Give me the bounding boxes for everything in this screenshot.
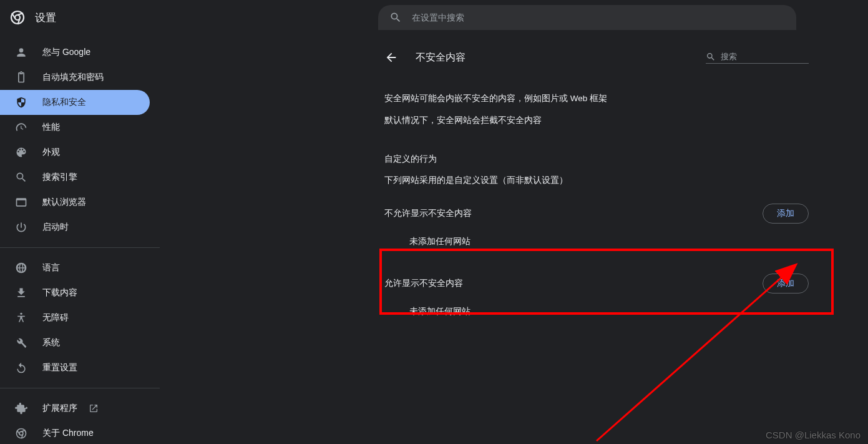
sidebar-item-about[interactable]: 关于 Chrome <box>0 421 150 444</box>
sidebar-item-accessibility[interactable]: 无障碍 <box>0 305 150 330</box>
accessibility-icon <box>15 312 27 324</box>
page-header: 不安全内容 <box>384 40 809 75</box>
layout: 您与 Google 自动填充和密码 隐私和安全 性能 外观 搜索引擎 默认浏览器 <box>0 35 868 444</box>
watermark: CSDN @Liekkas Kono <box>766 430 861 440</box>
sidebar-item-search-engine[interactable]: 搜索引擎 <box>0 165 150 190</box>
allow-label: 允许显示不安全内容 <box>384 278 463 289</box>
sidebar-item-default-browser[interactable]: 默认浏览器 <box>0 190 150 215</box>
search-icon <box>15 171 27 184</box>
download-icon <box>15 287 27 299</box>
speed-icon <box>15 121 27 134</box>
section-custom-behavior: 自定义的行为 <box>384 131 809 165</box>
person-icon <box>15 46 27 59</box>
sidebar-item-label: 外观 <box>42 147 60 158</box>
sidebar-item-label: 重置设置 <box>42 362 77 373</box>
add-allow-button[interactable]: 添加 <box>763 274 809 294</box>
wrench-icon <box>15 337 27 349</box>
page-search-input[interactable] <box>721 52 802 61</box>
sidebar-item-privacy[interactable]: 隐私和安全 <box>0 90 150 115</box>
global-search-input[interactable] <box>412 12 785 22</box>
sidebar-item-label: 系统 <box>42 337 60 348</box>
sidebar-separator <box>0 247 160 248</box>
sidebar-item-you-and-google[interactable]: 您与 Google <box>0 40 150 65</box>
search-icon <box>706 52 716 62</box>
sidebar-item-label: 默认浏览器 <box>42 197 86 208</box>
header: 设置 <box>0 0 868 35</box>
sidebar-item-label: 隐私和安全 <box>42 97 86 108</box>
sidebar-item-label: 扩展程序 <box>42 403 77 414</box>
allow-empty: 未添加任何网站 <box>384 296 809 326</box>
sidebar-item-appearance[interactable]: 外观 <box>0 140 150 165</box>
app-title: 设置 <box>35 11 56 25</box>
reset-icon <box>15 362 27 374</box>
back-arrow-icon[interactable] <box>384 51 398 64</box>
sidebar-item-label: 搜索引擎 <box>42 172 77 183</box>
sidebar: 您与 Google 自动填充和密码 隐私和安全 性能 外观 搜索引擎 默认浏览器 <box>0 35 160 444</box>
sidebar-separator <box>0 388 160 388</box>
sidebar-item-label: 语言 <box>42 262 60 274</box>
power-icon <box>15 221 27 234</box>
description-line-1: 安全网站可能会内嵌不安全的内容，例如图片或 Web 框架 <box>384 87 809 109</box>
add-block-button[interactable]: 添加 <box>763 204 809 224</box>
sidebar-item-autofill[interactable]: 自动填充和密码 <box>0 65 150 90</box>
section-custom-behavior-sub: 下列网站采用的是自定义设置（而非默认设置） <box>384 165 809 186</box>
shield-icon <box>15 96 27 109</box>
block-empty: 未添加任何网站 <box>384 226 809 256</box>
chrome-icon <box>10 10 25 25</box>
description: 安全网站可能会内嵌不安全的内容，例如图片或 Web 框架 默认情况下，安全网站会… <box>384 75 809 131</box>
external-link-icon <box>89 403 99 413</box>
sidebar-item-performance[interactable]: 性能 <box>0 115 150 140</box>
page-title: 不安全内容 <box>416 51 688 64</box>
sidebar-item-label: 性能 <box>42 122 60 133</box>
sidebar-item-downloads[interactable]: 下载内容 <box>0 280 150 305</box>
sidebar-item-system[interactable]: 系统 <box>0 330 150 355</box>
sidebar-item-languages[interactable]: 语言 <box>0 255 150 280</box>
globe-icon <box>15 262 27 274</box>
browser-icon <box>15 196 27 209</box>
header-left: 设置 <box>10 10 197 25</box>
sidebar-item-label: 自动填充和密码 <box>42 72 104 83</box>
clipboard-icon <box>15 71 27 84</box>
row-block: 不允许显示不安全内容 添加 <box>384 186 809 226</box>
sidebar-item-label: 下载内容 <box>42 287 77 298</box>
palette-icon <box>15 146 27 159</box>
sidebar-item-extensions[interactable]: 扩展程序 <box>0 396 150 421</box>
extension-icon <box>15 402 27 415</box>
sidebar-item-startup[interactable]: 启动时 <box>0 215 150 240</box>
sidebar-item-reset[interactable]: 重置设置 <box>0 355 150 380</box>
page-search[interactable] <box>706 52 809 64</box>
sidebar-item-label: 您与 Google <box>42 47 90 58</box>
block-label: 不允许显示不安全内容 <box>384 208 472 219</box>
content: 不安全内容 安全网站可能会内嵌不安全的内容，例如图片或 Web 框架 默认情况下… <box>384 35 809 326</box>
svg-point-2 <box>20 313 22 315</box>
chrome-icon <box>15 427 27 440</box>
sidebar-item-label: 无障碍 <box>42 312 69 323</box>
global-search[interactable] <box>378 5 796 30</box>
description-line-2: 默认情况下，安全网站会拦截不安全内容 <box>384 109 809 131</box>
sidebar-item-label: 关于 Chrome <box>42 428 94 439</box>
search-icon <box>389 11 402 24</box>
sidebar-item-label: 启动时 <box>42 222 69 233</box>
main: 不安全内容 安全网站可能会内嵌不安全的内容，例如图片或 Web 框架 默认情况下… <box>160 35 868 444</box>
row-allow: 允许显示不安全内容 添加 <box>384 256 809 296</box>
